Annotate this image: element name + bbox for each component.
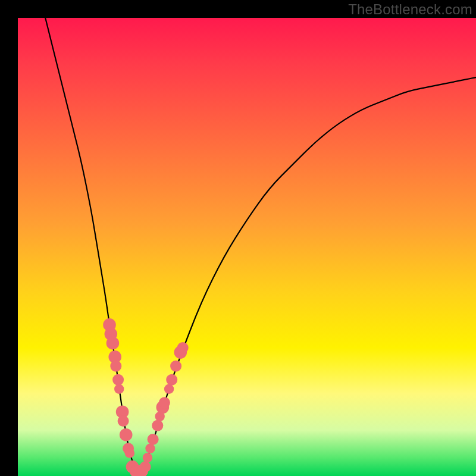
watermark-text: TheBottleneck.com	[348, 1, 472, 18]
curve-markers	[103, 318, 189, 476]
curve-marker	[140, 461, 151, 472]
curve-marker	[145, 444, 155, 453]
curve-marker	[120, 428, 133, 441]
curve-marker	[125, 448, 134, 458]
curve-marker	[112, 374, 124, 386]
plot-area	[18, 18, 476, 476]
curve-marker	[170, 361, 181, 372]
curve-marker	[152, 420, 163, 431]
curve-marker	[177, 342, 189, 353]
curve-marker	[166, 374, 177, 386]
curve-marker	[159, 397, 170, 408]
curve-marker	[148, 434, 159, 445]
chart-svg	[18, 18, 476, 476]
curve-marker	[107, 337, 120, 350]
curve-marker	[110, 361, 121, 372]
curve-marker	[118, 415, 129, 427]
curve-marker	[164, 384, 174, 394]
bottleneck-curve	[45, 18, 476, 471]
curve-marker	[114, 384, 124, 394]
curve-marker	[143, 453, 152, 462]
chart-frame: TheBottleneck.com	[0, 0, 476, 476]
